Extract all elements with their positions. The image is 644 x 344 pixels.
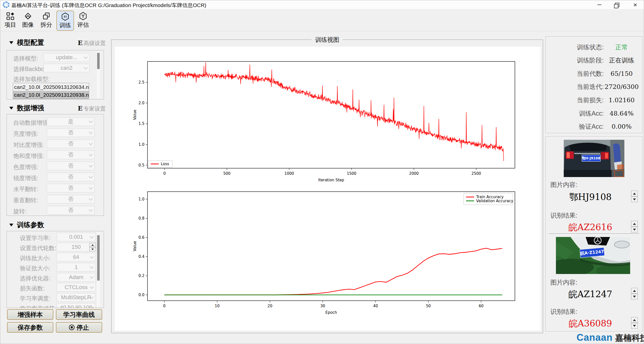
spin-down-button[interactable]: [631, 196, 638, 202]
scrollbar-thumb[interactable]: [97, 53, 100, 69]
loss-chart: 050010001500200025000.51.01.52.02.5Itera…: [115, 47, 541, 188]
spin-down-button[interactable]: [89, 247, 96, 251]
status-label: 验证Acc:: [549, 122, 604, 131]
svg-text:0: 0: [163, 304, 166, 308]
spin-down-button[interactable]: [631, 294, 638, 299]
combo-value: 0.001: [69, 234, 83, 240]
svg-text:2.0: 2.0: [138, 101, 144, 105]
param-combo[interactable]: 否: [47, 173, 95, 181]
param-combo[interactable]: 否: [47, 162, 95, 170]
param-label: 设置学习率:: [20, 234, 50, 242]
train-icon: [61, 12, 69, 21]
param-label: 旋转:: [13, 208, 26, 215]
param-spinbox[interactable]: 150: [57, 243, 96, 251]
param-combo[interactable]: CTCLoss: [57, 283, 96, 292]
status-row: 训练Acc:48.64%: [549, 109, 639, 118]
lr-curve-button[interactable]: 学习率曲线: [56, 309, 102, 320]
sample-image-dark-car: 鄂H·J9108: [564, 140, 624, 177]
status-value: 65/150: [604, 70, 639, 77]
restore-button[interactable]: [609, 0, 625, 9]
stop-button[interactable]: 停止: [56, 322, 102, 333]
param-label: 色度增强:: [13, 163, 38, 171]
advanced-settings-label: 高级设置: [84, 40, 106, 46]
spin-down-button[interactable]: [631, 323, 638, 329]
section-header-train-params[interactable]: 训练参数: [9, 220, 44, 229]
combo-value: 是: [68, 118, 73, 125]
param-combo[interactable]: MultiStepLR: [57, 293, 96, 302]
spin-up-button[interactable]: [631, 221, 638, 227]
app-logo-icon: [3, 2, 9, 8]
param-label: 学习率调度:: [20, 295, 50, 302]
chevron-down-icon: [89, 186, 93, 190]
combo-value: 否: [68, 140, 73, 148]
param-combo[interactable]: 40,50,90,100: [57, 303, 96, 308]
spin-down-button[interactable]: [631, 227, 638, 232]
param-combo[interactable]: 否: [47, 128, 95, 137]
list-item-model-file-selected[interactable]: can2_10.0I_20250913120938.npy: [13, 91, 89, 99]
minimize-button[interactable]: [592, 0, 607, 9]
expert-settings-link[interactable]: E专家设置: [78, 105, 106, 113]
stop-label: 停止: [77, 323, 89, 332]
toolbar-item-project[interactable]: 项目: [2, 11, 19, 30]
toolbar-item-evaluate[interactable]: 评估: [75, 11, 91, 30]
param-label: 训练批大小:: [20, 254, 50, 262]
svg-text:10: 10: [215, 304, 219, 308]
status-label: 训练状态:: [549, 43, 604, 51]
status-row: 训练状态:正常: [549, 43, 639, 51]
svg-text:50: 50: [426, 304, 431, 308]
param-combo[interactable]: 否: [47, 195, 95, 203]
param-label: 损失函数:: [20, 285, 45, 292]
param-label: 锐度增强:: [13, 174, 38, 182]
close-button[interactable]: ×: [627, 0, 643, 9]
save-params-button[interactable]: 保存参数: [7, 322, 53, 333]
select-model-combo[interactable]: update...: [44, 53, 90, 62]
train-params-scrollbar[interactable]: [97, 232, 100, 307]
toolbar-item-train[interactable]: 训练: [56, 11, 74, 31]
image-icon: [24, 12, 32, 20]
param-label: 验证批大小:: [20, 264, 50, 272]
spin-up-button[interactable]: [89, 243, 96, 247]
svg-text:鄂H·J9108: 鄂H·J9108: [582, 156, 600, 160]
chevron-down-icon: [89, 130, 93, 134]
param-combo[interactable]: 是: [47, 117, 95, 126]
training-view-groupbox: 训练视图 050010001500200025000.51.01.52.02.5…: [111, 40, 543, 333]
param-combo[interactable]: 1: [57, 263, 96, 271]
param-combo[interactable]: Adam: [57, 273, 96, 282]
param-combo[interactable]: 否: [47, 151, 95, 159]
toolbar-label-split: 拆分: [41, 21, 52, 29]
toolbar-item-split[interactable]: 拆分: [38, 11, 55, 30]
list-item-model-file[interactable]: can2_10.0I_20250913120634.npy: [13, 83, 89, 91]
expert-settings-label: 专家设置: [84, 106, 106, 112]
spin-up-button[interactable]: [631, 288, 638, 294]
svg-text:0.6: 0.6: [138, 235, 144, 240]
status-value: 0.00%: [604, 123, 639, 130]
param-label: 学习率衰减节点:: [20, 305, 62, 308]
toolbar-label-evaluate: 评估: [77, 21, 89, 29]
status-row: 训练阶段:正在训练: [549, 56, 639, 65]
svg-text:20: 20: [268, 304, 272, 308]
combo-value: Adam: [69, 274, 83, 281]
status-row: 当前损失:1.02160: [549, 96, 639, 104]
minimize-icon: [597, 5, 601, 5]
scrollbar-thumb[interactable]: [97, 235, 100, 281]
param-combo[interactable]: 否: [47, 206, 95, 215]
section-header-model-config[interactable]: 模型配置: [9, 38, 44, 47]
param-combo[interactable]: 0.001: [57, 233, 96, 241]
param-combo[interactable]: 否: [47, 140, 95, 148]
param-combo[interactable]: 否: [47, 184, 95, 192]
spin-up-button[interactable]: [631, 191, 638, 196]
select-model-label: 选择模型:: [13, 55, 38, 62]
param-label: 亮度增强:: [13, 130, 38, 138]
augment-sample-button[interactable]: 增强样本: [7, 309, 53, 320]
combo-value: 否: [68, 207, 73, 214]
toolbar-item-image[interactable]: 图像: [20, 11, 36, 30]
spin-up-button[interactable]: [631, 317, 638, 323]
status-row: 当前迭代:2720/6300: [549, 83, 639, 91]
advanced-settings-link[interactable]: E高级设置: [78, 39, 106, 47]
param-combo[interactable]: 64: [57, 253, 96, 261]
select-backbone-combo[interactable]: can2: [44, 64, 90, 72]
svg-text:1.0: 1.0: [138, 197, 144, 201]
model-config-scrollbar[interactable]: [97, 51, 100, 98]
section-header-augmentation[interactable]: 数据增强: [9, 104, 44, 113]
section-title: 训练参数: [17, 220, 44, 229]
